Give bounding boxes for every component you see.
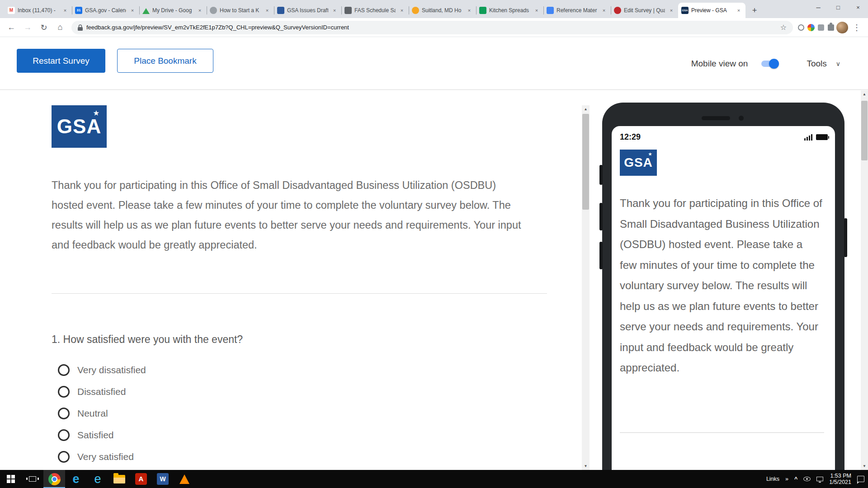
minimize-button[interactable]: ─ (808, 0, 828, 14)
scrollbar-track[interactable] (861, 98, 868, 462)
tab-close-icon[interactable]: × (668, 7, 675, 14)
close-button[interactable]: × (848, 0, 868, 14)
tab-title: Preview - GSA (691, 7, 732, 14)
tab-suitland-weather[interactable]: Suitland, MD Ho × (409, 3, 476, 18)
tools-menu[interactable]: Tools (807, 59, 826, 69)
tab-close-icon[interactable]: × (533, 7, 540, 14)
tab-close-icon[interactable]: × (398, 7, 406, 14)
forward-icon[interactable]: → (20, 20, 35, 35)
tab-how-to-start[interactable]: How to Start a K × (207, 3, 274, 18)
tab-title: GSA.gov - Calend (85, 7, 126, 14)
scrollbar-thumb[interactable] (861, 101, 868, 160)
tab-close-icon[interactable]: × (600, 7, 608, 14)
action-center-icon[interactable] (857, 476, 864, 482)
preview-content: GSA ★ Thank you for participating in thi… (0, 90, 861, 470)
mobile-view-label: Mobile view on (691, 59, 748, 69)
extension-icon[interactable] (797, 23, 806, 32)
network-icon[interactable] (816, 477, 823, 481)
tab-my-drive[interactable]: My Drive - Goog × (139, 3, 207, 18)
signal-icon (804, 134, 812, 141)
extension-icon[interactable] (807, 23, 816, 32)
maximize-button[interactable]: □ (828, 0, 848, 14)
back-icon[interactable]: ← (4, 20, 19, 35)
taskbar-vlc-button[interactable] (174, 470, 195, 488)
scroll-up-icon[interactable]: ▲ (582, 105, 590, 113)
radio-button[interactable] (58, 364, 70, 376)
clock-date: 1/5/2021 (829, 479, 851, 485)
chevron-down-icon[interactable]: ∨ (836, 60, 840, 67)
radio-button[interactable] (58, 451, 70, 463)
home-icon[interactable]: ⌂ (52, 20, 68, 35)
phone-status-bar: 12:29 (612, 126, 835, 142)
tab-fas-schedule[interactable]: FAS Schedule Sa × (341, 3, 409, 18)
tab-close-icon[interactable]: × (61, 7, 69, 14)
radio-button[interactable] (58, 429, 70, 441)
phone-camera (739, 116, 744, 121)
scrollbar-track[interactable] (582, 113, 590, 462)
taskbar-file-explorer-button[interactable] (108, 470, 130, 488)
extension-icon[interactable] (816, 23, 826, 32)
desktop-preview-scrollbar[interactable]: ▲ ▼ (582, 105, 590, 470)
restart-survey-button[interactable]: Restart Survey (17, 49, 105, 73)
taskbar-word-button[interactable]: W (152, 470, 174, 488)
address-bar[interactable]: feedback.gsa.gov/jfe/preview/SV_em2vTkE2… (71, 21, 793, 34)
tab-edit-survey-qualtrics[interactable]: Edit Survey | Qua × (611, 3, 678, 18)
scrollbar-thumb[interactable] (582, 114, 589, 210)
taskbar-acrobat-button[interactable]: A (130, 470, 152, 488)
toggle-knob (769, 59, 779, 69)
scroll-down-icon[interactable]: ▼ (861, 462, 868, 470)
mobile-view-toggle[interactable] (761, 61, 778, 67)
battery-icon (816, 134, 828, 140)
radio-button[interactable] (58, 386, 70, 398)
tab-close-icon[interactable]: × (264, 7, 271, 14)
links-toolbar[interactable]: Links (766, 476, 779, 482)
taskbar-ie-button[interactable]: e (87, 470, 108, 488)
scroll-down-icon[interactable]: ▼ (582, 462, 590, 470)
clock-time: 1:53 PM (830, 473, 851, 479)
tab-gsa-issues[interactable]: GSA Issues Draft × (274, 3, 341, 18)
tray-eye-icon[interactable] (803, 477, 811, 481)
place-bookmark-button[interactable]: Place Bookmark (117, 49, 213, 73)
tab-kitchen-spreadsheet[interactable]: Kitchen Spreads × (476, 3, 543, 18)
reload-icon[interactable]: ↻ (36, 20, 52, 35)
internet-explorer-icon: e (94, 472, 101, 486)
taskbar-chrome-button[interactable] (43, 470, 65, 488)
gsa-star-icon: ★ (93, 109, 99, 117)
new-tab-button[interactable]: + (748, 4, 761, 17)
tab-close-icon[interactable]: × (466, 7, 473, 14)
tab-preview-gsa-active[interactable]: Preview - GSA × (678, 3, 745, 18)
radio-option-satisfied[interactable]: Satisfied (58, 427, 146, 443)
phone-screen: 12:29 GSA ★ Thank you for participating … (612, 126, 835, 470)
radio-button[interactable] (58, 408, 70, 419)
phone-speaker (702, 116, 730, 120)
start-button[interactable] (0, 470, 22, 488)
radio-option-neutral[interactable]: Neutral (58, 406, 146, 421)
tab-close-icon[interactable]: × (735, 7, 742, 14)
word-icon: W (157, 473, 169, 485)
taskbar-clock[interactable]: 1:53 PM 1/5/2021 (829, 473, 851, 485)
weather-icon (412, 7, 419, 14)
scroll-up-icon[interactable]: ▲ (861, 90, 868, 98)
taskbar-edge-button[interactable]: e (65, 470, 87, 488)
tab-gsa-calendar[interactable]: GSA.gov - Calend × (72, 3, 139, 18)
extensions-puzzle-icon[interactable] (826, 23, 835, 32)
radio-option-dissatisfied[interactable]: Dissatisfied (58, 384, 146, 399)
browser-tab-strip: Inbox (11,470) - × GSA.gov - Calend × My… (0, 0, 868, 18)
tab-close-icon[interactable]: × (129, 7, 136, 14)
tab-close-icon[interactable]: × (331, 7, 338, 14)
tab-close-icon[interactable]: × (196, 7, 203, 14)
task-view-button[interactable] (22, 470, 43, 488)
bookmark-star-icon[interactable]: ☆ (780, 23, 787, 32)
acrobat-icon: A (135, 473, 147, 485)
tab-gmail-inbox[interactable]: Inbox (11,470) - × (5, 3, 72, 18)
radio-label: Very satisfied (77, 451, 134, 462)
tray-expand-icon[interactable]: ^ (794, 476, 797, 482)
page-scrollbar[interactable]: ▲ ▼ (861, 90, 868, 470)
radio-option-very-satisfied[interactable]: Very satisfied (58, 449, 146, 465)
tab-reference-materials[interactable]: Reference Mater × (543, 3, 611, 18)
vlc-icon (179, 474, 189, 484)
radio-option-very-dissatisfied[interactable]: Very dissatisfied (58, 362, 146, 378)
profile-avatar[interactable] (836, 22, 848, 33)
links-chevron-icon[interactable]: » (785, 476, 788, 482)
browser-menu-icon[interactable]: ⋮ (849, 20, 864, 35)
